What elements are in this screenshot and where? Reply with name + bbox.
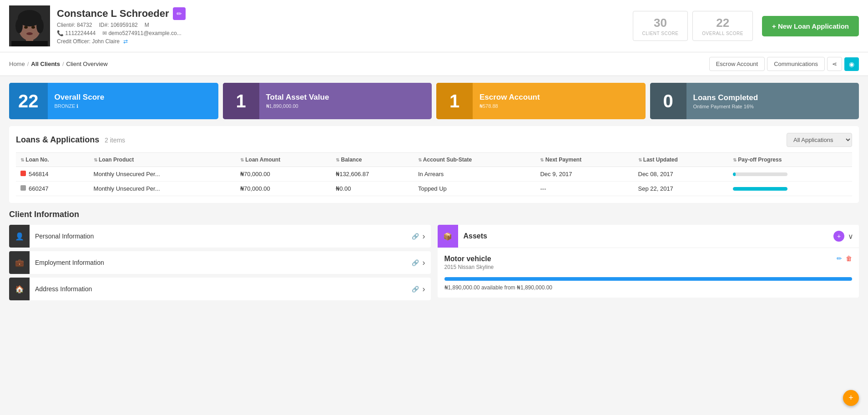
client-info-row-0[interactable]: 👤 Personal Information 🔗 › [9, 225, 431, 248]
edit-asset-button-0[interactable]: ✏ [837, 255, 842, 262]
breadcrumb-home[interactable]: Home [9, 61, 25, 67]
svg-point-7 [24, 26, 28, 29]
col-loan-amount[interactable]: ⇅ Loan Amount [236, 153, 331, 167]
client-contact: 📞 1112224444 ✉ demo5274911@example.co... [57, 30, 619, 36]
cell-1-5: --- [535, 182, 633, 196]
info-row-label-1: Employment Information [30, 253, 406, 273]
cell-1-7 [728, 182, 852, 196]
col-loan-product[interactable]: ⇅ Loan Product [89, 153, 236, 167]
breadcrumb: Home / All Clients / Client Overview [9, 61, 108, 67]
client-info-row-2[interactable]: 🏠 Address Information 🔗 › [9, 278, 431, 300]
cell-1-4: Topped Up [414, 182, 536, 196]
link-icon-0[interactable]: 🔗 [412, 233, 419, 240]
cell-0-5: Dec 9, 2017 [535, 167, 633, 182]
col-account-sub-state[interactable]: ⇅ Account Sub-State [414, 153, 536, 167]
cell-0-3: ₦132,606.87 [331, 167, 414, 182]
client-information-section: Client Information 👤 Personal Informatio… [9, 210, 859, 300]
new-loan-button[interactable]: + New Loan Application [762, 16, 859, 36]
loans-title: Loans & Applications [16, 135, 99, 144]
cell-0-4: In Arrears [414, 167, 536, 182]
breadcrumb-current: Client Overview [66, 61, 108, 67]
client-score-label: CLIENT SCORE [642, 31, 679, 36]
client-score-box: 30 CLIENT SCORE [633, 11, 688, 41]
edit-client-button[interactable]: ✏ [173, 7, 186, 20]
score-card-num-1: 1 [223, 83, 259, 119]
cell-1-0: 660247 [16, 182, 89, 196]
arrow-right-icon-2[interactable]: › [423, 284, 425, 294]
client-info-columns: 👤 Personal Information 🔗 › 💼 Employment … [9, 225, 859, 300]
svg-point-8 [31, 26, 35, 29]
info-row-icon-2: 🏠 [9, 278, 30, 300]
client-name-row: Constance L Schroeder ✏ [57, 7, 619, 20]
arrow-right-icon-0[interactable]: › [423, 232, 425, 241]
cell-0-7 [728, 167, 852, 182]
assets-collapse-button[interactable]: ∨ [848, 232, 853, 241]
breadcrumb-all-clients[interactable]: All Clients [31, 61, 60, 67]
assets-header: 📦 Assets + ∨ [438, 225, 859, 248]
client-name: Constance L Schroeder [57, 8, 169, 20]
info-row-actions-2: 🔗 › [406, 284, 431, 294]
svg-rect-10 [11, 41, 48, 46]
svg-point-9 [26, 32, 33, 35]
communications-button[interactable]: Communications [767, 57, 825, 71]
escrow-account-button[interactable]: Escrow Account [709, 57, 765, 71]
score-card-info-1: Total Asset Value ₦1,890,000.00 [259, 87, 432, 115]
col-pay-off-progress[interactable]: ⇅ Pay-off Progress [728, 153, 852, 167]
credit-officer: Credit Officer: John Claire ⇄ [57, 38, 619, 45]
assets-header-actions: + ∨ [828, 231, 859, 242]
score-card-info-2: Escrow Account ₦578.88 [473, 87, 646, 115]
link-icon-1[interactable]: 🔗 [412, 259, 419, 266]
score-card-1: 1 Total Asset Value ₦1,890,000.00 [223, 83, 432, 119]
client-score-value: 30 [642, 16, 679, 30]
link-icon-2[interactable]: 🔗 [412, 286, 419, 293]
cell-1-3: ₦0.00 [331, 182, 414, 196]
score-card-info-3: Loans Completed Ontime Payment Rate 16% [686, 88, 859, 115]
info-row-label-0: Personal Information [30, 226, 406, 246]
overall-score-value: 22 [702, 16, 743, 30]
score-boxes: 30 CLIENT SCORE 22 OVERALL SCORE [633, 11, 753, 41]
asset-item: Motor vehicle 2015 Nissan Skyline ✏ 🗑 ₦1… [438, 248, 859, 298]
cell-1-2: ₦70,000.00 [236, 182, 331, 196]
cell-0-0: 546814 [16, 167, 89, 182]
breadcrumb-bar: Home / All Clients / Client Overview Esc… [0, 52, 868, 76]
col-next-payment[interactable]: ⇅ Next Payment [535, 153, 633, 167]
client-email: ✉ demo5274911@example.co... [102, 30, 182, 36]
cell-1-6: Sep 22, 2017 [634, 182, 729, 196]
score-card-num-2: 1 [436, 83, 473, 119]
asset-item-0: Motor vehicle 2015 Nissan Skyline ✏ 🗑 ₦1… [444, 255, 853, 291]
score-card-3: 0 Loans Completed Ontime Payment Rate 16… [650, 83, 859, 119]
rss-button[interactable]: ◉ [844, 57, 859, 71]
payoff-progress-bar [733, 172, 787, 176]
table-row[interactable]: 546814Monthly Unsecured Per...₦70,000.00… [16, 167, 852, 182]
client-info-row-1[interactable]: 💼 Employment Information 🔗 › [9, 251, 431, 274]
score-card-0: 22 Overall Score BRONZE ℹ [9, 83, 218, 119]
col-loan-no.[interactable]: ⇅ Loan No. [16, 153, 89, 167]
cell-0-6: Dec 08, 2017 [634, 167, 729, 182]
assets-icon: 📦 [438, 225, 458, 248]
svg-point-6 [36, 19, 44, 33]
loans-table: ⇅ Loan No.⇅ Loan Product⇅ Loan Amount⇅ B… [16, 152, 852, 196]
loans-filter-select[interactable]: All ApplicationsActive LoansCompleted Lo… [787, 133, 852, 147]
col-balance[interactable]: ⇅ Balance [331, 153, 414, 167]
delete-asset-button-0[interactable]: 🗑 [846, 255, 852, 262]
arrow-right-icon-1[interactable]: › [423, 258, 425, 268]
cell-0-1: Monthly Unsecured Per... [89, 167, 236, 182]
assets-label: Assets [458, 226, 828, 247]
cell-0-2: ₦70,000.00 [236, 167, 331, 182]
info-row-actions-0: 🔗 › [406, 232, 431, 241]
client-number: Client#: 84732 [57, 22, 92, 28]
share-button[interactable]: ⋖ [827, 57, 842, 71]
info-row-icon-0: 👤 [9, 225, 30, 248]
asset-amount-0: ₦1,890,000.00 available from ₦1,890,000.… [444, 284, 853, 291]
client-phone: 📞 1112224444 [57, 30, 96, 36]
transfer-icon[interactable]: ⇄ [123, 38, 128, 45]
table-row[interactable]: 660247Monthly Unsecured Per...₦70,000.00… [16, 182, 852, 196]
col-last-updated[interactable]: ⇅ Last Updated [634, 153, 729, 167]
score-card-2: 1 Escrow Account ₦578.88 [436, 83, 646, 119]
add-asset-button[interactable]: + [833, 231, 844, 242]
score-card-num-0: 22 [9, 83, 48, 119]
asset-sub-0: 2015 Nissan Skyline [444, 264, 494, 270]
loans-count: 2 items [105, 137, 125, 144]
client-info-left: 👤 Personal Information 🔗 › 💼 Employment … [9, 225, 431, 300]
header-action-buttons: Escrow Account Communications ⋖ ◉ [709, 57, 859, 71]
